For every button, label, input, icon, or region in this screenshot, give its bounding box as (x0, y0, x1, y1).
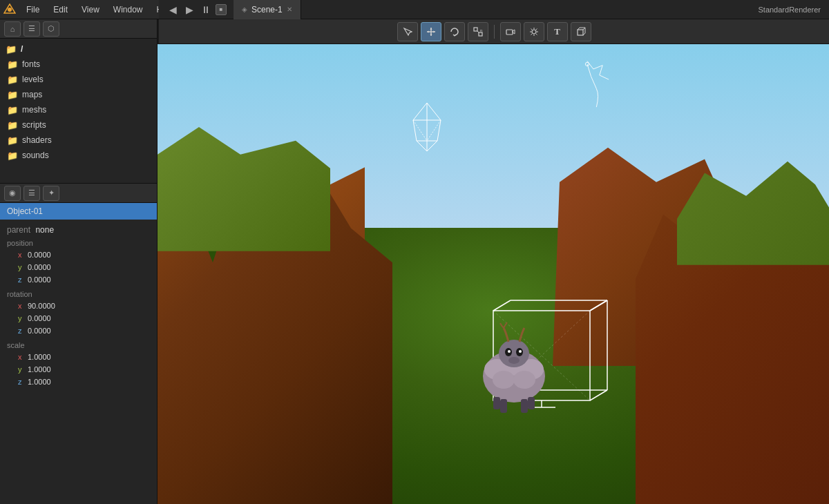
scene-object-item[interactable]: Object-01 (0, 203, 157, 220)
asset-home-button[interactable]: ⌂ (4, 21, 21, 37)
svg-line-51 (590, 300, 607, 311)
asset-browser: ⌂ ☰ ⬡ 📁 / 📁 fonts 📁 levels 📁 maps 📁 (0, 19, 157, 184)
svg-point-65 (513, 371, 535, 389)
scale-y-value[interactable]: 1.0000 (28, 365, 51, 374)
cube-tool-button[interactable] (571, 22, 591, 41)
viewport[interactable] (158, 44, 829, 504)
menu-edit[interactable]: Edit (46, 0, 75, 19)
folder-root-icon: 📁 (6, 44, 17, 55)
folder-shaders-label: shaders (22, 135, 52, 145)
svg-rect-12 (506, 30, 513, 35)
scale-z-row: z 1.0000 (18, 376, 150, 388)
rotation-z-row: z 0.0000 (18, 324, 150, 337)
svg-rect-75 (528, 397, 535, 409)
folder-root[interactable]: 📁 / (0, 41, 157, 57)
folder-shaders-icon: 📁 (7, 135, 18, 146)
scale-z-value[interactable]: 1.0000 (28, 378, 51, 386)
folder-maps-icon: 📁 (7, 90, 18, 100)
folder-fonts[interactable]: 📁 fonts (0, 57, 157, 72)
folder-levels-icon: 📁 (7, 75, 18, 85)
select-tool-button[interactable] (397, 22, 418, 41)
folder-sounds[interactable]: 📁 sounds (0, 148, 157, 163)
menu-view[interactable]: View (75, 0, 106, 19)
folder-shaders[interactable]: 📁 shaders (0, 133, 157, 148)
toolbar: n T (159, 19, 829, 44)
rotation-z-axis: z (18, 327, 28, 335)
svg-line-39 (437, 120, 441, 141)
scene-list-button[interactable]: ☰ (23, 186, 40, 201)
stop-button[interactable]: ■ (216, 4, 227, 15)
rotation-xyz: x 90.0000 y 0.0000 z 0.0000 (7, 300, 150, 337)
play-controls: ◀ ▶ ⏸ ■ (159, 3, 234, 17)
scene-tab-close[interactable]: ✕ (287, 6, 292, 13)
asset-code-button[interactable]: ⬡ (43, 21, 59, 37)
folder-maps[interactable]: 📁 maps (0, 87, 157, 102)
folder-levels[interactable]: 📁 levels (0, 72, 157, 87)
sheep-character (466, 318, 562, 414)
light-tool-button[interactable] (524, 22, 544, 41)
folder-meshs[interactable]: 📁 meshs (0, 102, 157, 117)
rotate-tool-button[interactable] (444, 22, 465, 41)
properties-panel: parent none position x 0.0000 y 0.0000 z… (0, 220, 157, 504)
play-forward-button[interactable]: ⏸ (199, 3, 213, 17)
rotation-z-value[interactable]: 0.0000 (28, 327, 51, 335)
scene-settings-button[interactable]: ✦ (43, 186, 59, 201)
scene-tab[interactable]: ◈ Scene-1 ✕ (234, 0, 301, 19)
rotation-x-value[interactable]: 90.0000 (28, 302, 55, 310)
position-y-value[interactable]: 0.0000 (28, 263, 51, 271)
menu-file[interactable]: File (19, 0, 46, 19)
position-z-axis: z (18, 275, 28, 284)
scene-background (158, 44, 829, 504)
svg-marker-7 (433, 30, 435, 32)
folder-meshs-label: meshs (22, 105, 46, 115)
scene-tab-icon: ◈ (242, 6, 247, 13)
position-x-value[interactable]: 0.0000 (28, 251, 51, 259)
svg-point-33 (585, 62, 589, 66)
svg-line-22 (531, 34, 532, 35)
menu-window[interactable]: Window (106, 0, 150, 19)
position-z-value[interactable]: 0.0000 (28, 275, 51, 284)
scene-icon-button[interactable]: ◉ (4, 186, 21, 201)
svg-point-69 (508, 350, 511, 353)
play-button[interactable]: ◀ (166, 3, 180, 17)
move-tool-button[interactable] (421, 22, 441, 41)
text-tool-button[interactable]: T (547, 22, 568, 41)
svg-line-32 (600, 75, 609, 79)
rotation-y-value[interactable]: 0.0000 (28, 314, 51, 322)
scale-z-axis: z (18, 378, 28, 386)
svg-line-34 (413, 103, 427, 120)
svg-line-43 (427, 141, 437, 151)
scale-xyz: x 1.0000 y 1.0000 z 1.0000 (7, 351, 150, 388)
svg-line-38 (413, 120, 417, 141)
folder-scripts-label: scripts (22, 120, 46, 130)
scale-y-axis: y (18, 365, 28, 374)
svg-rect-74 (493, 397, 500, 409)
camera-tool-button[interactable] (500, 22, 521, 41)
asset-list-button[interactable]: ☰ (23, 21, 40, 37)
tabbar: ◀ ▶ ⏸ ■ ◈ Scene-1 ✕ StandardRenderer (159, 0, 829, 19)
folder-maps-label: maps (22, 90, 42, 99)
svg-line-48 (493, 300, 511, 311)
svg-line-52 (590, 390, 607, 400)
rotation-y-row: y 0.0000 (18, 312, 150, 324)
folder-meshs-icon: 📁 (7, 105, 18, 115)
svg-line-31 (600, 66, 602, 75)
folder-fonts-label: fonts (22, 59, 40, 69)
rotation-y-axis: y (18, 314, 28, 322)
left-panel: ⌂ ☰ ⬡ 📁 / 📁 fonts 📁 levels 📁 maps 📁 (0, 19, 158, 504)
menubar: File Edit View Window Help ◀ ▶ ⏸ ■ ◈ Sce… (0, 0, 829, 19)
scene-object-label: Object-01 (7, 206, 43, 216)
parent-value: none (35, 225, 54, 235)
svg-point-14 (532, 30, 536, 34)
pause-button[interactable]: ▶ (182, 3, 196, 17)
folder-scripts[interactable]: 📁 scripts (0, 117, 157, 133)
svg-line-20 (536, 34, 537, 35)
scale-x-value[interactable]: 1.0000 (28, 353, 51, 361)
svg-rect-8 (474, 28, 477, 31)
scale-tool-button[interactable]: n (468, 22, 488, 41)
svg-line-35 (427, 103, 441, 120)
parent-property: parent none (7, 225, 150, 235)
svg-point-70 (519, 350, 522, 353)
svg-point-1 (8, 8, 12, 12)
scale-x-row: x 1.0000 (18, 351, 150, 363)
